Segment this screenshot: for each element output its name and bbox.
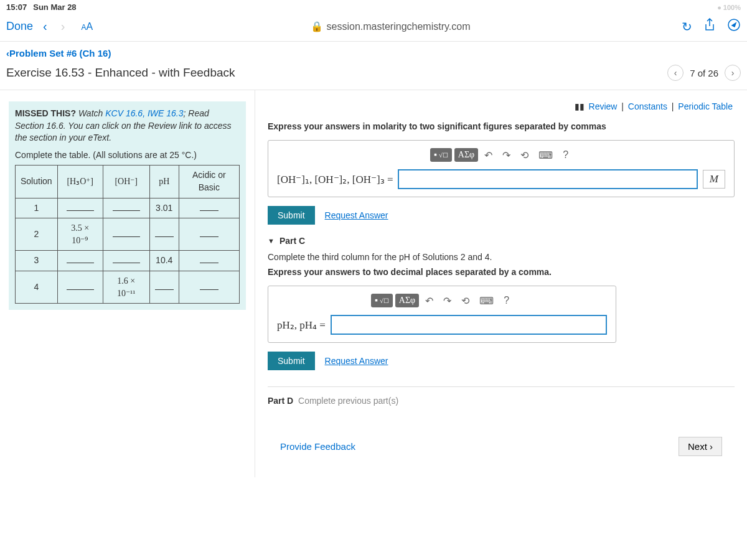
- undo-icon[interactable]: ↶: [421, 295, 437, 307]
- part-b-submit-button[interactable]: Submit: [268, 206, 315, 225]
- pager-text: 7 of 26: [690, 68, 718, 78]
- part-c-submit-button[interactable]: Submit: [268, 352, 315, 370]
- greek-button[interactable]: ΑΣφ: [395, 294, 419, 307]
- redo-icon[interactable]: ↷: [499, 149, 514, 161]
- help-icon[interactable]: ?: [500, 295, 513, 306]
- part-b-request-answer-link[interactable]: Request Answer: [325, 210, 388, 220]
- part-b-answer-box: ▪ √☐ ΑΣφ ↶ ↷ ⟲ ⌨ ? [OH⁻]₁, [OH⁻]₂, [OH⁻]…: [268, 140, 735, 197]
- done-button[interactable]: Done: [6, 20, 33, 33]
- provide-feedback-link[interactable]: Provide Feedback: [280, 441, 355, 452]
- help-icon[interactable]: ?: [559, 149, 572, 161]
- problem-sidebar: MISSED THIS? Watch KCV 16.6, IWE 16.3; R…: [0, 90, 255, 477]
- part-c-request-answer-link[interactable]: Request Answer: [325, 356, 388, 366]
- status-date: Sun Mar 28: [33, 2, 76, 12]
- constants-link[interactable]: Constants: [626, 101, 669, 111]
- exercise-title: Exercise 16.53 - Enhanced - with Feedbac…: [6, 66, 235, 80]
- status-battery: ● 100%: [717, 4, 741, 11]
- data-table: Solution [H₃O⁺] [OH⁻] pH Acidic or Basic…: [15, 165, 240, 304]
- template-button[interactable]: ▪ √☐: [430, 148, 452, 162]
- text-size-button[interactable]: AA: [75, 21, 99, 32]
- unit-label: M: [703, 170, 725, 189]
- missed-hint-box: MISSED THIS? Watch KCV 16.6, IWE 16.3; R…: [9, 101, 246, 310]
- part-c-input[interactable]: [331, 315, 607, 335]
- redo-icon[interactable]: ↷: [439, 295, 455, 307]
- lock-icon: 🔒: [311, 21, 323, 32]
- reset-icon[interactable]: ⟲: [458, 295, 473, 307]
- undo-icon[interactable]: ↶: [481, 149, 496, 161]
- keyboard-icon[interactable]: ⌨: [535, 149, 557, 161]
- reset-icon[interactable]: ⟲: [517, 149, 532, 161]
- table-row: 13.01: [16, 198, 240, 218]
- answer-area: ▮▮ Review | Constants | Periodic Table E…: [255, 90, 747, 477]
- book-icon: ▮▮: [575, 101, 585, 111]
- part-c-line1: Complete the third column for the pH of …: [268, 252, 735, 262]
- template-button[interactable]: ▪ √☐: [371, 294, 393, 307]
- keyboard-icon[interactable]: ⌨: [476, 295, 497, 307]
- part-c-answer-box: ▪ √☐ ΑΣφ ↶ ↷ ⟲ ⌨ ? pH₂, pH₄ =: [268, 286, 616, 343]
- forward-chevron-icon: ›: [57, 19, 69, 34]
- collapse-icon: ▼: [268, 237, 275, 245]
- part-c-line2: Express your answers to two decimal plac…: [268, 267, 735, 277]
- url-text: session.masteringchemistry.com: [327, 21, 471, 32]
- url-display[interactable]: 🔒 session.masteringchemistry.com: [105, 21, 675, 32]
- exercise-header: Exercise 16.53 - Enhanced - with Feedbac…: [0, 58, 747, 90]
- next-problem-button[interactable]: ›: [725, 65, 741, 81]
- browser-toolbar: Done ‹ › AA 🔒 session.masteringchemistry…: [0, 14, 747, 42]
- kcv-link[interactable]: KCV 16.6, IWE 16.3: [105, 108, 183, 118]
- prev-problem-button[interactable]: ‹: [667, 65, 684, 81]
- share-icon[interactable]: [703, 18, 716, 35]
- part-b-label: [OH⁻]₁, [OH⁻]₂, [OH⁻]₃ =: [277, 173, 393, 186]
- greek-button[interactable]: ΑΣφ: [454, 148, 478, 162]
- part-d-header: Part D Complete previous part(s): [268, 396, 735, 406]
- problem-set-back-link[interactable]: ‹Problem Set #6 (Ch 16): [6, 48, 111, 58]
- next-button[interactable]: Next ›: [679, 437, 722, 456]
- table-row: 310.4: [16, 251, 240, 271]
- periodic-table-link[interactable]: Periodic Table: [676, 101, 735, 111]
- status-time: 15:07: [6, 2, 27, 12]
- compass-icon[interactable]: [727, 18, 741, 35]
- ios-status-bar: 15:07 Sun Mar 28 ● 100%: [0, 0, 747, 14]
- resource-links: ▮▮ Review | Constants | Periodic Table: [268, 99, 735, 118]
- review-link[interactable]: Review: [587, 101, 619, 111]
- equation-toolbar: ▪ √☐ ΑΣφ ↶ ↷ ⟲ ⌨ ?: [277, 148, 725, 162]
- reload-icon[interactable]: ↻: [682, 19, 692, 34]
- instruction-text: Complete the table. (All solutions are a…: [15, 149, 240, 162]
- table-row: 41.6 × 10⁻¹¹: [16, 271, 240, 303]
- breadcrumb: ‹Problem Set #6 (Ch 16): [0, 42, 747, 58]
- pager: ‹ 7 of 26 ›: [667, 65, 741, 81]
- part-b-prompt: Express your answers in molarity to two …: [268, 121, 735, 131]
- back-chevron-icon[interactable]: ‹: [39, 19, 51, 34]
- equation-toolbar-c: ▪ √☐ ΑΣφ ↶ ↷ ⟲ ⌨ ?: [277, 294, 607, 307]
- table-row: 23.5 × 10⁻⁹: [16, 218, 240, 251]
- part-b-input[interactable]: [398, 169, 697, 189]
- part-c-header[interactable]: ▼ Part C: [268, 236, 735, 246]
- part-c-label: pH₂, pH₄ =: [277, 319, 326, 332]
